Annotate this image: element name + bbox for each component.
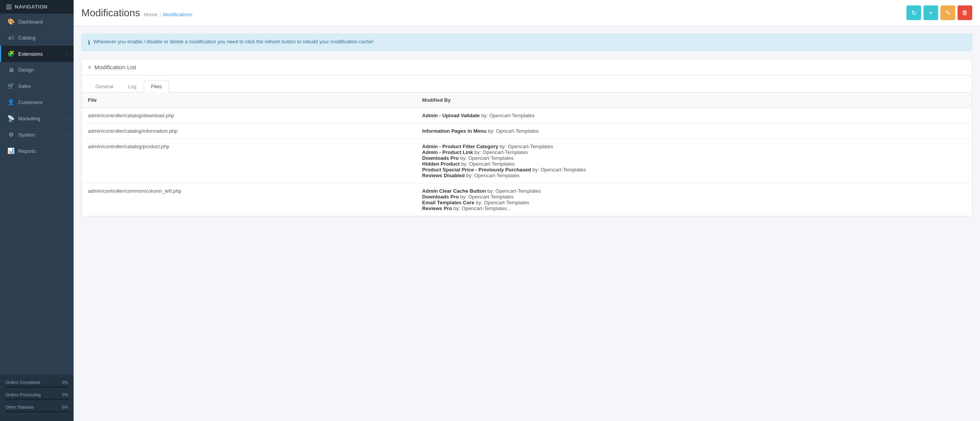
table-cell-modby-0: Admin - Upload Validate by: Opencart-Tem… [416,108,972,123]
topbar: Modifications Home › Modifications ↻ + ✎… [74,0,980,26]
table-row: admin/controller/catalog/product.phpAdmi… [82,139,972,183]
progress-pct-processing: 0% [62,392,68,397]
modification-line: Downloads Pro by: Opencart-Templates [422,155,966,161]
sidebar-item-extensions[interactable]: 🧩 Extensions › [0,46,74,62]
tab-log[interactable]: Log [120,80,144,92]
sidebar-nav-items: 🎨 Dashboard 🏷 Catalog › 🧩 Extensions › 🖥… [0,14,74,159]
nav-label-reports: Reports [18,148,36,154]
modifications-table: File Modified By admin/controller/catalo… [82,92,972,216]
plus-icon: + [929,9,932,16]
customers-icon: 👤 [7,99,14,106]
mod-name: Downloads Pro [422,194,459,200]
mod-name: Email Templates Core [422,200,475,205]
mod-rest: by: Opencart-Templates [459,155,514,161]
progress-header-completed: Orders Completed 0% [5,380,68,385]
mod-rest: by: Opencart-Templates [531,167,586,173]
table-cell-file-0: admin/controller/catalog/download.php [82,108,416,123]
sidebar-progress: Orders Completed 0% Orders Processing 0%… [0,375,74,421]
progress-item-other: Other Statuses 0% [5,405,68,412]
reports-icon: 📊 [7,147,14,154]
modification-line: Hidden Product by: Opencart-Templates [422,161,966,167]
sidebar-item-system[interactable]: ⚙ System › [0,127,74,143]
delete-button[interactable]: 🗑 [958,5,972,20]
tab-files[interactable]: Files [144,80,169,92]
alert-info: ℹ Whenever you enable / disable or delet… [81,34,972,51]
sidebar-nav-header: NAVIGATION [0,0,74,14]
mod-rest: by: Opencart-Templates [460,161,515,167]
nav-header-label: NAVIGATION [15,4,48,10]
nav-item-left-reports: 📊 Reports [7,147,36,154]
mod-name: Admin - Product Filter Category [422,144,498,149]
breadcrumb: Home › Modifications [144,12,193,17]
table-cell-modby-2: Admin - Product Filter Category by: Open… [416,139,972,183]
system-icon: ⚙ [7,131,14,138]
chevron-design: › [66,68,67,72]
tabs-container: GeneralLogFiles [82,75,972,92]
modification-line: Admin Clear Cache Button by: Opencart-Te… [422,188,966,194]
mod-name: Admin - Upload Validate [422,113,480,118]
nav-label-extensions: Extensions [18,51,43,57]
progress-bar-bg-other [5,411,68,412]
mod-name: Product Special Price - Previously Purch… [422,167,531,173]
sidebar-item-design[interactable]: 🖥 Design › [0,62,74,78]
edit-button[interactable]: ✎ [940,5,955,20]
nav-item-left-extensions: 🧩 Extensions [7,50,43,57]
mod-rest: by: Opencart-Templates [465,173,520,178]
sidebar-item-catalog[interactable]: 🏷 Catalog › [0,30,74,46]
add-button[interactable]: + [923,5,938,20]
progress-header-other: Other Statuses 0% [5,405,68,409]
breadcrumb-home[interactable]: Home [144,12,158,17]
progress-item-processing: Orders Processing 0% [5,392,68,400]
progress-pct-other: 0% [62,405,68,409]
tab-general[interactable]: General [88,80,120,92]
nav-label-catalog: Catalog [18,35,36,41]
catalog-icon: 🏷 [7,34,14,41]
mod-rest: by: Opencart-Templates... [452,205,511,211]
list-icon: ≡ [88,64,91,70]
mod-name: Reviews Pro [422,205,452,211]
hamburger-icon [6,5,12,9]
nav-label-system: System [18,132,35,138]
table-header-row: File Modified By [82,92,972,108]
modification-line: Reviews Pro by: Opencart-Templates... [422,205,966,211]
design-icon: 🖥 [7,67,14,73]
modification-line: Admin - Upload Validate by: Opencart-Tem… [422,113,966,118]
alert-message: Whenever you enable / disable or delete … [93,39,373,44]
breadcrumb-separator: › [159,12,161,17]
nav-label-customers: Customers [18,99,43,105]
mod-rest: by: Opencart-Templates [475,200,530,205]
sidebar-item-reports[interactable]: 📊 Reports › [0,143,74,159]
table-body: admin/controller/catalog/download.phpAdm… [82,108,972,216]
mod-rest: by: Opencart-Templates [498,144,553,149]
refresh-button[interactable]: ↻ [906,5,921,20]
progress-item-completed: Orders Completed 0% [5,380,68,388]
chevron-extensions: › [66,51,67,56]
panel-header: ≡ Modification List [82,59,972,75]
nav-item-left-marketing: 📡 Marketing [7,115,40,122]
mod-rest: by: Opencart-Templates [459,194,514,200]
sidebar-item-customers[interactable]: 👤 Customers › [0,94,74,110]
modification-line: Information Pages in Menu by: Opncart-Te… [422,128,966,134]
nav-item-left-customers: 👤 Customers [7,99,43,106]
extensions-icon: 🧩 [7,50,14,57]
sidebar-item-marketing[interactable]: 📡 Marketing › [0,110,74,127]
mod-name: Admin Clear Cache Button [422,188,486,194]
sidebar: NAVIGATION 🎨 Dashboard 🏷 Catalog › 🧩 Ext… [0,0,74,421]
progress-label-processing: Orders Processing [5,392,41,397]
modification-line: Reviews Disabled by: Opencart-Templates [422,173,966,178]
modification-line: Product Special Price - Previously Purch… [422,167,966,173]
col-modified-by: Modified By [416,92,972,108]
mod-rest: by: Opncart-Templates [487,128,538,134]
chevron-reports: › [66,149,67,153]
table-row: admin/controller/common/column_left.phpA… [82,183,972,216]
table-cell-modby-3: Admin Clear Cache Button by: Opencart-Te… [416,183,972,216]
nav-label-marketing: Marketing [18,116,40,122]
progress-label-completed: Orders Completed [5,380,40,385]
sidebar-item-dashboard[interactable]: 🎨 Dashboard [0,14,74,30]
table-row: admin/controller/catalog/information.php… [82,123,972,139]
dashboard-icon: 🎨 [7,18,14,25]
nav-label-design: Design [18,67,34,73]
nav-item-left-design: 🖥 Design [7,67,34,73]
modification-line: Email Templates Core by: Opencart-Templa… [422,200,966,205]
sidebar-item-sales[interactable]: 🛒 Sales › [0,78,74,94]
